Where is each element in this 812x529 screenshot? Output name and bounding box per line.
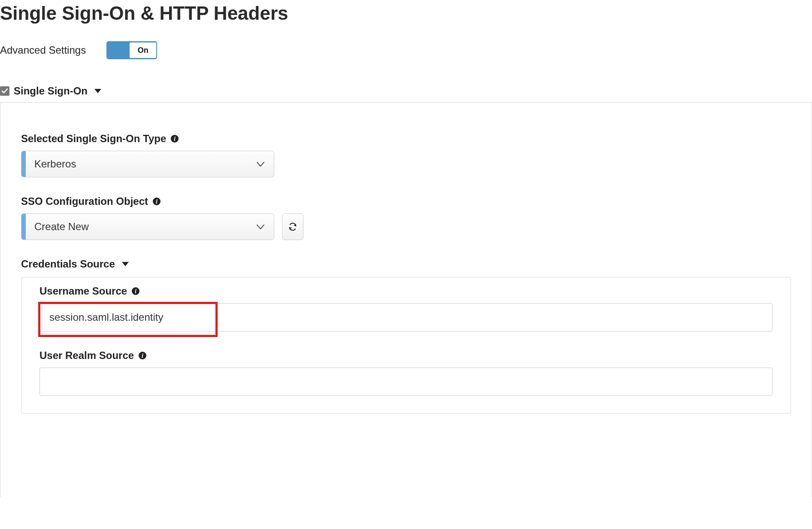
username-source-label: Username Source xyxy=(39,285,127,297)
credentials-source-header[interactable]: Credentials Source xyxy=(21,258,791,270)
select-accent xyxy=(21,214,26,240)
sso-config-value: Create New xyxy=(26,221,247,233)
sso-type-field: Selected Single Sign-On Type i Kerberos xyxy=(21,133,791,177)
caret-down-icon xyxy=(94,89,101,93)
username-source-input[interactable] xyxy=(39,303,773,331)
page-title: Single Sign-On & HTTP Headers xyxy=(0,3,812,24)
sso-type-select[interactable]: Kerberos xyxy=(21,151,274,177)
advanced-settings-row: Advanced Settings On xyxy=(0,41,812,59)
info-icon[interactable]: i xyxy=(170,134,179,143)
user-realm-source-field: User Realm Source i xyxy=(39,350,773,396)
refresh-icon xyxy=(288,222,297,231)
sso-panel: Selected Single Sign-On Type i Kerberos … xyxy=(0,102,812,497)
sso-type-value: Kerberos xyxy=(26,158,247,170)
username-source-field: Username Source i xyxy=(39,285,773,331)
advanced-settings-label: Advanced Settings xyxy=(0,44,86,56)
sso-checkbox[interactable] xyxy=(0,86,9,96)
caret-down-icon xyxy=(122,262,129,266)
checkmark-icon xyxy=(1,88,8,94)
info-icon[interactable]: i xyxy=(138,351,147,360)
advanced-settings-toggle[interactable]: On xyxy=(106,41,157,59)
toggle-state-label: On xyxy=(130,43,156,58)
user-realm-source-input[interactable] xyxy=(39,368,773,396)
sso-type-label: Selected Single Sign-On Type xyxy=(21,133,166,145)
svg-text:i: i xyxy=(156,198,158,205)
sso-section-title: Single Sign-On xyxy=(14,85,88,97)
svg-text:i: i xyxy=(142,353,143,359)
info-icon[interactable]: i xyxy=(152,197,161,206)
chevron-down-icon xyxy=(247,159,274,169)
sso-config-label: SSO Configuration Object xyxy=(21,195,148,207)
sso-config-select[interactable]: Create New xyxy=(21,213,274,240)
svg-text:i: i xyxy=(135,288,136,295)
chevron-down-icon xyxy=(247,222,274,232)
select-accent xyxy=(21,151,26,177)
user-realm-source-label: User Realm Source xyxy=(39,350,134,362)
credentials-source-panel: Username Source i User Realm Source i xyxy=(21,277,791,413)
sso-config-field: SSO Configuration Object i Create New xyxy=(21,195,791,240)
svg-text:i: i xyxy=(174,136,176,142)
info-icon[interactable]: i xyxy=(131,287,140,295)
credentials-source-title: Credentials Source xyxy=(21,258,115,270)
refresh-button[interactable] xyxy=(282,213,303,240)
sso-section-header[interactable]: Single Sign-On xyxy=(0,85,812,97)
username-source-highlight xyxy=(39,303,773,331)
